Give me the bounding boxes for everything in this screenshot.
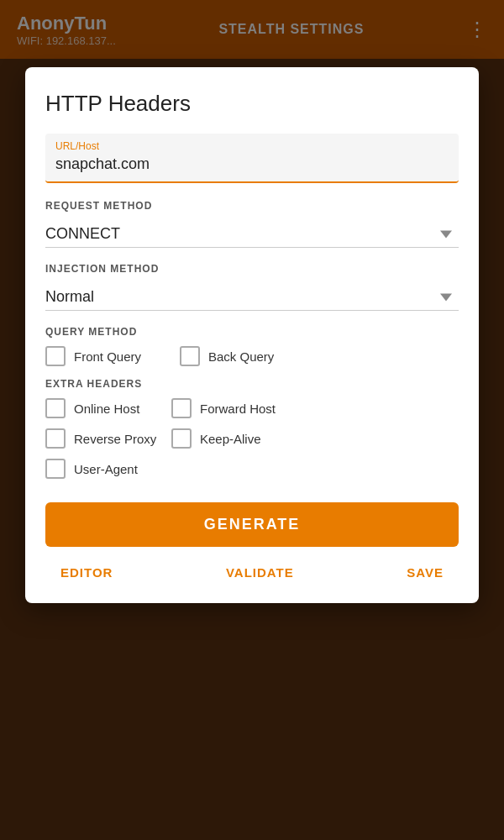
- extra-headers-row2: Reverse Proxy Keep-Alive: [45, 428, 459, 449]
- front-query-label: Front Query: [74, 349, 141, 364]
- front-query-checkbox[interactable]: [45, 346, 66, 366]
- query-method-checkboxes: Front Query Back Query: [45, 346, 459, 366]
- url-host-label: URL/Host: [55, 140, 449, 152]
- extra-headers-label: EXTRA HEADERS: [45, 378, 459, 390]
- online-host-item: Online Host: [45, 398, 163, 418]
- injection-method-dropdown[interactable]: Normal Advanced: [45, 283, 459, 311]
- back-query-item: Back Query: [180, 346, 297, 366]
- url-host-input-group: URL/Host: [45, 134, 459, 183]
- keep-alive-item: Keep-Alive: [171, 428, 289, 449]
- url-host-input[interactable]: [55, 155, 449, 173]
- injection-method-dropdown-row: Normal Advanced: [45, 283, 459, 311]
- validate-button[interactable]: VALIDATE: [219, 562, 301, 583]
- forward-host-label: Forward Host: [200, 402, 276, 416]
- request-method-dropdown[interactable]: CONNECT GET POST: [45, 220, 459, 248]
- reverse-proxy-label: Reverse Proxy: [74, 432, 156, 446]
- extra-headers-row1: Online Host Forward Host: [45, 398, 459, 418]
- back-query-checkbox[interactable]: [180, 346, 200, 366]
- editor-button[interactable]: EDITOR: [54, 562, 119, 583]
- reverse-proxy-item: Reverse Proxy: [45, 428, 163, 449]
- user-agent-item: User-Agent: [45, 459, 163, 479]
- dialog-title: HTTP Headers: [45, 91, 459, 117]
- forward-host-item: Forward Host: [171, 398, 289, 418]
- front-query-item: Front Query: [45, 346, 163, 366]
- forward-host-checkbox[interactable]: [171, 398, 192, 418]
- online-host-checkbox[interactable]: [45, 398, 66, 418]
- keep-alive-label: Keep-Alive: [200, 432, 261, 446]
- query-method-section: QUERY METHOD Front Query Back Query: [45, 326, 459, 366]
- user-agent-label: User-Agent: [74, 462, 138, 476]
- save-button[interactable]: SAVE: [400, 562, 450, 583]
- back-query-label: Back Query: [208, 349, 274, 364]
- query-method-label: QUERY METHOD: [45, 326, 459, 338]
- injection-method-section: INJECTION METHOD Normal Advanced: [45, 263, 459, 311]
- extra-headers-section: EXTRA HEADERS Online Host Forward Host R…: [45, 378, 459, 479]
- request-method-section: REQUEST METHOD CONNECT GET POST: [45, 200, 459, 248]
- request-method-dropdown-row: CONNECT GET POST: [45, 220, 459, 248]
- bottom-actions: EDITOR VALIDATE SAVE: [45, 562, 459, 583]
- injection-method-label: INJECTION METHOD: [45, 263, 459, 275]
- online-host-label: Online Host: [74, 402, 139, 416]
- request-method-label: REQUEST METHOD: [45, 200, 459, 212]
- user-agent-checkbox[interactable]: [45, 459, 66, 479]
- generate-button[interactable]: GENERATE: [45, 502, 459, 547]
- extra-headers-row3: User-Agent: [45, 459, 459, 479]
- keep-alive-checkbox[interactable]: [171, 428, 192, 449]
- reverse-proxy-checkbox[interactable]: [45, 428, 66, 449]
- http-headers-dialog: HTTP Headers URL/Host REQUEST METHOD CON…: [25, 67, 479, 603]
